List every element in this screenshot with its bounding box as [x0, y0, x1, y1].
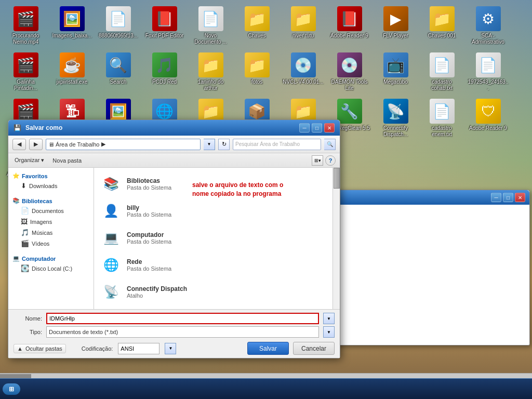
nav-item-music[interactable]: 🎵 Músicas: [8, 227, 94, 238]
encoding-dropdown-btn[interactable]: ▼: [165, 343, 176, 354]
desktop-icon-adobe1[interactable]: 📕 Adobe Reader 9: [327, 4, 371, 48]
desktop-icon-fotos[interactable]: 📁 fotos: [235, 50, 279, 94]
desktop-icon-novo-doc[interactable]: 📄 NovoDocumento ...: [189, 4, 233, 48]
desktop-icon-888060[interactable]: 📄 888060f065f13...: [96, 4, 140, 48]
desktop-icon-cadastro-enem[interactable]: 📄 cadastroenem.txt: [420, 96, 464, 140]
desktop-icon-jxpi[interactable]: ☕ jxpiinstall.exe: [50, 50, 94, 94]
icon-adobe: 📕: [337, 6, 362, 31]
desktop-icon-foxit[interactable]: 📕 Foxit PDF Editor: [142, 4, 187, 48]
file-item-billy[interactable]: 👤 billy Pasta do Sistema: [97, 197, 329, 224]
desktop-icon-daemon[interactable]: 💿 DAEMON ToolsLite: [327, 50, 371, 94]
file-desc: Pasta do Sistema: [127, 211, 171, 218]
dialog-minimize-btn[interactable]: ─: [299, 123, 310, 132]
desktop-icon-laninho[interactable]: 📁 1aninho doarthur: [189, 50, 233, 94]
desktop-icon-niver[interactable]: 📁 niver tutu: [281, 4, 325, 48]
dialog-maximize-btn[interactable]: □: [312, 123, 322, 132]
desktop-icon-cadastro-cohab[interactable]: 📄 cadastrocohab.txt: [420, 50, 464, 94]
organize-button[interactable]: Organizar ▾: [12, 156, 46, 165]
encoding-input[interactable]: [118, 343, 159, 354]
icon-video2: 🎬: [14, 52, 38, 77]
file-item-rede[interactable]: 🌐 Rede Pasta do Sistema: [97, 251, 329, 278]
hide-folders-button[interactable]: ▲ Ocultar pastas: [14, 344, 66, 353]
new-folder-button[interactable]: Nova pasta: [50, 156, 84, 165]
refresh-button[interactable]: ↻: [218, 139, 230, 150]
libraries-section[interactable]: 📚 Bibliotecas: [8, 195, 94, 205]
nav-item-downloads[interactable]: ⬇ Downloads: [8, 180, 94, 191]
panel-divider: [8, 191, 94, 195]
desktop-icon-procurando-nemo[interactable]: 🎬 ProcurandoNemo.mp4: [4, 4, 48, 48]
view-toggle-btn[interactable]: ⊞▾: [312, 155, 323, 166]
file-name: Connectify Dispatch: [127, 285, 187, 292]
action-buttons: Salvar Cancelar: [247, 342, 335, 355]
filename-dropdown-btn[interactable]: ▼: [323, 313, 335, 324]
file-item-connectify[interactable]: 📡 Connectify Dispatch Atalho: [97, 278, 329, 305]
desktop-icon-megacubo[interactable]: 📺 Megacubo: [374, 50, 418, 94]
scrollbar-thumb[interactable]: [334, 168, 340, 189]
forward-button[interactable]: ▶: [29, 139, 43, 150]
icon-label: Chaves 001: [428, 33, 456, 39]
nav-item-documents[interactable]: 📄 Documentos: [8, 205, 94, 216]
save-button[interactable]: Salvar: [247, 342, 289, 355]
address-dropdown-btn[interactable]: ▼: [204, 139, 215, 150]
filetype-input[interactable]: [46, 326, 319, 338]
nav-item-local-disk[interactable]: 💽 Disco Local (C:): [8, 263, 94, 274]
search-button[interactable]: 🔍: [324, 139, 336, 150]
desktop-icon-flv1[interactable]: ▶ FLV Player: [374, 4, 418, 48]
encoding-label: Codificação:: [82, 345, 113, 352]
second-window-maximize[interactable]: □: [503, 193, 513, 202]
desktop-icon-nvcl[interactable]: 💿 NVCL-V4.00.01...: [281, 50, 325, 94]
toolbar2-right: ⊞▾ ?: [312, 155, 336, 166]
dialog-window-controls: ─ □ ✕: [299, 123, 335, 132]
desktop-icon-1972543[interactable]: 📄 1972543_24163...: [466, 50, 510, 94]
file-name: Rede: [127, 258, 171, 265]
back-button[interactable]: ◀: [12, 139, 26, 150]
nav-item-videos[interactable]: 🎬 Vídeos: [8, 238, 94, 249]
icon-label: Foxit PDF Editor: [145, 33, 183, 39]
search-box[interactable]: Pesquisar Área de Trabalho: [233, 139, 321, 150]
favorites-section[interactable]: ⭐ Favoritos: [8, 170, 94, 180]
icon-label: Imagens_baixa...: [52, 33, 91, 39]
computer-label: Computador: [22, 256, 56, 262]
icon-label: niver tutu: [292, 33, 314, 39]
disk-icon: 💽: [21, 264, 29, 272]
icon-search: 🔍: [106, 52, 131, 77]
icon-folder2: 📁: [291, 6, 316, 31]
filename-input[interactable]: [46, 313, 319, 324]
videos-label: Vídeos: [32, 241, 49, 247]
desktop-icon-chaves[interactable]: 📁 Chaves: [235, 4, 279, 48]
dialog-close-btn[interactable]: ✕: [324, 123, 335, 132]
second-window-close[interactable]: ✕: [515, 193, 525, 202]
desktop-icon-pcdj[interactable]: 🎵 PCDJ Red: [142, 50, 187, 94]
icon-flv: ▶: [383, 6, 408, 31]
file-item-computador[interactable]: 💻 Computador Pasta do Sistema: [97, 224, 329, 251]
desktop-icon-chaves001[interactable]: 📁 Chaves 001: [420, 4, 464, 48]
file-item-info: Computador Pasta do Sistema: [127, 231, 171, 245]
desktop-icon-galinha1[interactable]: 🎬 GalinhaPintadin...: [4, 50, 48, 94]
icon-label: 1972543_24163...: [468, 79, 509, 91]
filetype-dropdown-btn[interactable]: ▼: [323, 326, 335, 338]
desktop-icon-search[interactable]: 🔍 Search: [96, 50, 140, 94]
cancel-label: Cancelar: [301, 345, 326, 352]
cancel-button[interactable]: Cancelar: [293, 342, 335, 355]
desktop-icon-connectify[interactable]: 📡 ConnectifyDispatch...: [374, 96, 418, 140]
dialog-titlebar: 💾 Salvar como ─ □ ✕: [8, 120, 340, 136]
desktop-icon-sca1[interactable]: ⚙ SCA -Administrativo: [466, 4, 510, 48]
nav-item-images[interactable]: 🖼 Imagens: [8, 216, 94, 227]
dialog-title-area: 💾 Salvar como: [14, 124, 62, 131]
icon-label: fotos: [251, 79, 263, 85]
file-name: Bibliotecas: [127, 177, 171, 184]
second-window-minimize[interactable]: ─: [491, 193, 501, 202]
horizontal-scrollbar[interactable]: [0, 373, 532, 378]
vertical-scrollbar[interactable]: [332, 168, 340, 309]
start-button[interactable]: ⊞: [3, 383, 20, 395]
computer-section[interactable]: 💻 Computador: [8, 253, 94, 263]
horizontal-scrollbar-thumb[interactable]: [0, 374, 31, 378]
desktop-icon-imagens[interactable]: 🖼️ Imagens_baixa...: [50, 4, 94, 48]
help-button[interactable]: ?: [325, 155, 336, 166]
computador-icon: 💻: [101, 228, 122, 248]
file-item-info: Connectify Dispatch Atalho: [127, 285, 187, 299]
address-bar[interactable]: 🖥 Área de Trabalho ▶: [46, 139, 201, 150]
icon-pcdj: 🎵: [152, 52, 177, 77]
filename-label: Nome:: [14, 315, 42, 322]
desktop-icon-norton[interactable]: 🛡 Adobe Reader 9: [466, 96, 510, 140]
